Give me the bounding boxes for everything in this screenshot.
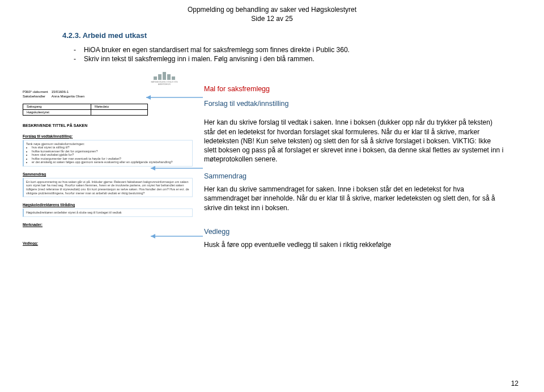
- svg-marker-1: [146, 95, 151, 100]
- annotation-text-vedlegg: Husk å føre opp eventuelle vedlegg til s…: [204, 240, 504, 249]
- vedlegg-heading: Vedlegg:: [23, 241, 193, 246]
- header-line1: Oppmelding og behandling av saker ved Hø…: [23, 6, 521, 15]
- svg-marker-3: [151, 166, 155, 171]
- saksgang-table: Saksgang Møtedato Høgskolestyret: [23, 104, 148, 116]
- logo-text: HØGSKOLEN I OSLO OG AKERSHUS: [147, 81, 181, 87]
- doc-value: 15/01606-1: [52, 90, 88, 95]
- annotation-column: Mal for saksfremlegg Forslag til vedtak/…: [204, 67, 521, 253]
- arrow-icon: [146, 95, 209, 100]
- annotation-blue-forslag: Forslag til vedtak/innstilling: [204, 99, 504, 109]
- header-line2: Side 12 av 25: [23, 15, 521, 24]
- arrow-icon: [151, 233, 207, 239]
- annotation-blue-sammendrag: Sammendrag: [204, 172, 504, 181]
- handler-label: Saksbehandler: [23, 95, 52, 99]
- org-logo: HØGSKOLEN I OSLO OG AKERSHUS: [147, 72, 181, 88]
- annotation-text-sammendrag: Her kan du skrive sammendraget for saken…: [204, 185, 504, 212]
- annotation-text-forslag: Her kan du skrive forslag til vedtak i s…: [204, 118, 504, 164]
- tilraading-heading: Høgskoledirektørens tilråding: [23, 203, 193, 207]
- gang-row-empty: [91, 110, 148, 116]
- forslag-item: hvilke konsekvenser får det for organisa…: [32, 150, 190, 154]
- forslag-intro: Tenk nøye gjennom vedtaksformuleringen:: [26, 142, 190, 146]
- handler-value: Anna Margarita Olsen: [52, 95, 88, 99]
- section-title: 4.2.3. Arbeid med utkast: [62, 31, 521, 40]
- merknader-heading: Merknader:: [23, 223, 193, 227]
- forslag-item: hva skal styret ta stilling til?: [32, 146, 190, 150]
- gang-header-1: Saksgang: [23, 104, 91, 109]
- tilraading-box: Høgskoledirektøren anbefaler styret å sl…: [23, 208, 193, 217]
- bullet-item: HiOA bruker en egen standardisert mal fo…: [74, 45, 521, 54]
- gang-header-2: Møtedato: [91, 104, 148, 109]
- meta-table: P360°-dokument 15/01606-1 Saksbehandler …: [23, 90, 88, 99]
- title-heading: BESKRIVENDE TITTEL PÅ SAKEN: [23, 123, 193, 128]
- svg-marker-5: [151, 234, 155, 238]
- annotation-red: Mal for saksfremlegg: [204, 84, 504, 94]
- bullet-list: HiOA bruker en egen standardisert mal fo…: [74, 45, 521, 63]
- forslag-item: hvilke motargumenter bør man eventuelt t…: [32, 157, 190, 161]
- annotation-blue-vedlegg: Vedlegg: [204, 227, 504, 237]
- forslag-item: hvem skal vedtaket gjelde for?: [32, 153, 190, 157]
- forslag-heading: Forslag til vedtak/innstilling:: [23, 134, 193, 139]
- sammendrag-box: En kort oppsummering av hva saken går ut…: [23, 178, 193, 197]
- forslag-item: er det ønskelig at saken følges opp gjen…: [32, 160, 190, 164]
- forslag-box: Tenk nøye gjennom vedtaksformuleringen: …: [23, 140, 193, 167]
- sammendrag-heading: Sammendrag: [23, 172, 193, 177]
- bullet-item: Skriv inn tekst til saksfremlegg inn i m…: [74, 54, 521, 63]
- gang-row-cell: Høgskolestyret: [23, 110, 91, 116]
- page-header: Oppmelding og behandling av saker ved Hø…: [23, 6, 521, 23]
- arrow-icon: [151, 165, 207, 171]
- doc-label: P360°-dokument: [23, 90, 52, 95]
- form-template-preview: HØGSKOLEN I OSLO OG AKERSHUS P360°-dokum…: [23, 67, 193, 253]
- page-number: 12: [511, 380, 518, 387]
